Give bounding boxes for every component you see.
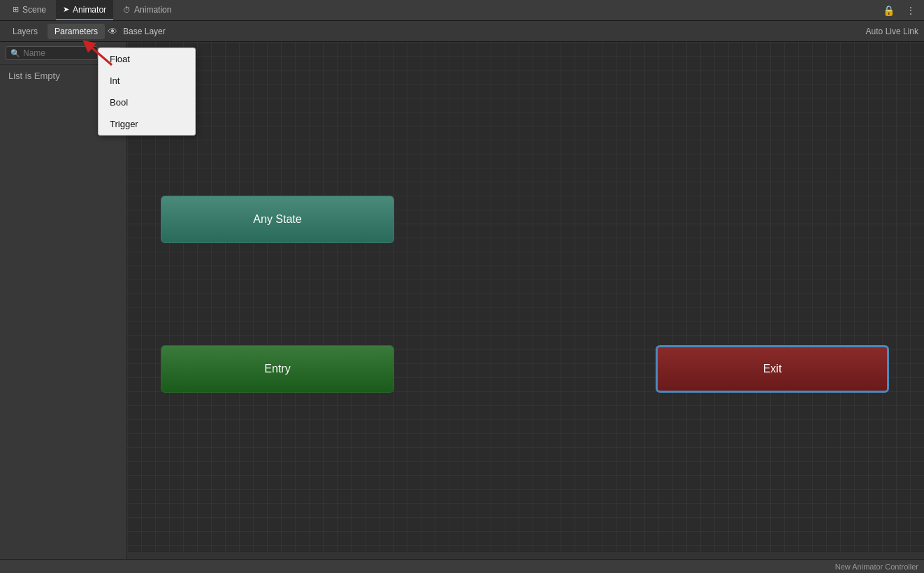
scene-icon: ⊞ (13, 5, 19, 14)
int-label: Int (110, 75, 120, 86)
canvas-scrollbar[interactable] (127, 552, 924, 559)
exit-label: Exit (763, 363, 782, 375)
animator-icon: ➤ (63, 5, 69, 14)
entry-node[interactable]: Entry (161, 345, 394, 393)
search-input[interactable] (23, 48, 93, 58)
lock-button[interactable]: 🔒 (880, 3, 897, 17)
dropdown-item-bool[interactable]: Bool (99, 92, 195, 113)
animation-label: Animation (134, 5, 171, 15)
entry-label: Entry (264, 363, 290, 375)
bool-label: Bool (110, 97, 128, 108)
any-state-label: Any State (253, 213, 301, 226)
layers-label: Layers (13, 27, 38, 36)
status-bar: New Animator Controller (0, 559, 924, 573)
animation-icon: ⏱ (123, 6, 131, 14)
sub-tab-bar: Layers Parameters 👁 Base Layer Auto Live… (0, 21, 924, 42)
eye-button[interactable]: 👁 (108, 26, 117, 37)
dropdown-item-trigger[interactable]: Trigger (99, 113, 195, 135)
float-label: Float (110, 54, 130, 64)
tab-parameters[interactable]: Parameters (48, 24, 105, 39)
main-canvas[interactable]: Any State Entry Exit (127, 42, 924, 559)
top-tabs-actions: 🔒 ⋮ (880, 3, 918, 17)
exit-node[interactable]: Exit (656, 345, 889, 393)
parameters-label: Parameters (55, 27, 98, 36)
base-layer-label: Base Layer (123, 27, 166, 36)
grid-background (127, 42, 924, 559)
dropdown-menu: Float Int Bool Trigger (98, 48, 196, 136)
scene-label: Scene (22, 5, 46, 15)
tab-layers[interactable]: Layers (6, 24, 45, 39)
tab-animation[interactable]: ⏱ Animation (116, 0, 178, 20)
dropdown-item-int[interactable]: Int (99, 70, 195, 92)
tab-scene[interactable]: ⊞ Scene (6, 0, 53, 20)
trigger-label: Trigger (110, 119, 138, 129)
auto-live-link[interactable]: Auto Live Link (866, 27, 918, 36)
search-wrap: 🔍 (6, 46, 98, 60)
top-tab-bar: ⊞ Scene ➤ Animator ⏱ Animation 🔒 ⋮ (0, 0, 924, 21)
dropdown-item-float[interactable]: Float (99, 48, 195, 70)
tab-animator[interactable]: ➤ Animator (56, 0, 113, 20)
status-text: New Animator Controller (835, 563, 918, 571)
animator-label: Animator (73, 5, 106, 15)
search-icon: 🔍 (10, 49, 20, 58)
any-state-node[interactable]: Any State (161, 196, 394, 243)
menu-button[interactable]: ⋮ (903, 3, 918, 17)
